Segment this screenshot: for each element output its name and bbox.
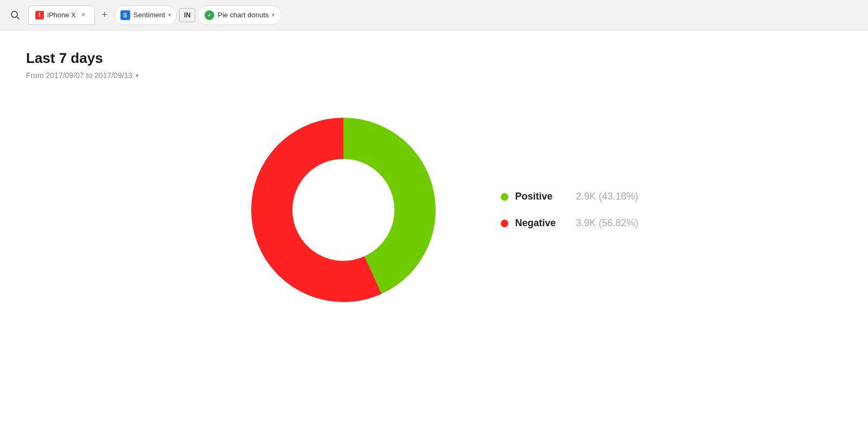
tab-iphone-x[interactable]: I iPhone X ✕ [28,5,95,25]
tab-favicon-pie-chart: ✓ [205,10,214,20]
browser-bar: I iPhone X ✕ + S Sentiment ▾ IN ✓ Pie ch… [0,0,868,30]
search-icon[interactable] [7,7,24,24]
legend-label-positive: Positive [515,191,569,202]
page-title: Last 7 days [26,50,842,67]
tab-pie-chart[interactable]: ✓ Pie chart donuts ▾ [197,5,282,25]
tab-close-iphone-x[interactable]: ✕ [79,11,88,20]
tab-favicon-iphone-x: I [35,11,44,20]
date-range[interactable]: From 2017/09/07 to 2017/09/13 ▾ [26,71,842,80]
legend-item-negative: Negative 3.9K (56.82%) [501,217,638,229]
tab-label-pie-chart: Pie chart donuts [218,11,269,19]
legend-label-negative: Negative [515,217,569,229]
tab-favicon-sentiment: S [120,10,130,20]
donut-chart [229,96,457,324]
tabs-area: I iPhone X ✕ + S Sentiment ▾ IN ✓ Pie ch… [28,5,861,25]
tab-label-sentiment: Sentiment [133,11,165,19]
chevron-down-icon-date: ▾ [136,72,139,79]
legend-value-negative: 3.9K (56.82%) [576,217,638,229]
in-badge[interactable]: IN [179,8,195,22]
tab-sentiment[interactable]: S Sentiment ▾ [114,5,177,25]
main-content: Last 7 days From 2017/09/07 to 2017/09/1… [0,30,868,343]
date-range-text: From 2017/09/07 to 2017/09/13 [26,71,132,80]
tab-label-iphone-x: iPhone X [47,11,76,19]
legend-dot-positive [501,193,508,201]
chart-area: Positive 2.9K (43.18%) Negative 3.9K (56… [26,96,842,324]
svg-line-1 [17,16,20,19]
chevron-down-icon-sentiment: ▾ [168,12,171,18]
legend-dot-negative [501,220,508,227]
legend-item-positive: Positive 2.9K (43.18%) [501,191,638,202]
chart-legend: Positive 2.9K (43.18%) Negative 3.9K (56… [501,191,638,229]
chevron-down-icon-pie-chart: ▾ [272,12,275,18]
legend-value-positive: 2.9K (43.18%) [576,191,638,202]
add-tab-button[interactable]: + [97,8,112,23]
